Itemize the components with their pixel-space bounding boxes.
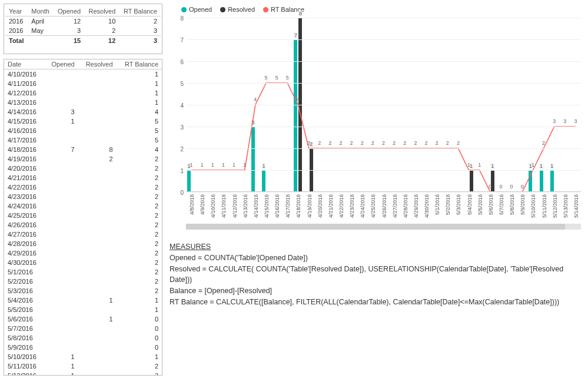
x-tick-label: 4/13/2016 xyxy=(242,194,248,218)
y-tick-label: 4 xyxy=(173,102,184,109)
combo-chart[interactable]: 13178211111 1111114555422222222222222211… xyxy=(170,15,584,221)
gridline: 1 xyxy=(186,170,581,171)
table-row[interactable]: 5/5/20161 xyxy=(4,305,162,314)
gridline: 7 xyxy=(186,39,581,40)
measure-line: Opened = COUNTA('Table'[Opened Date]) xyxy=(170,253,584,264)
table-row[interactable]: 4/25/20162 xyxy=(4,211,162,220)
table-row[interactable]: 5/11/201612 xyxy=(4,361,162,371)
table-row[interactable]: 5/12/201613 xyxy=(4,371,162,375)
table-row[interactable]: 5/2/20162 xyxy=(4,277,162,286)
table-row[interactable]: 4/20/20162 xyxy=(4,164,162,173)
x-tick-label: 4/15/2016 xyxy=(264,194,270,218)
gridline: 4 xyxy=(186,105,581,105)
legend-opened[interactable]: Opened xyxy=(181,6,212,13)
x-tick-label: 5/3/2016 xyxy=(456,194,461,215)
gridline: 8 xyxy=(186,18,581,18)
table-row[interactable]: 5/6/201610 xyxy=(4,314,162,324)
x-tick-label: 5/2/2016 xyxy=(445,194,451,215)
col-year[interactable]: Year xyxy=(5,6,28,16)
x-tick-label: 4/21/2016 xyxy=(328,194,334,218)
table-row[interactable]: 4/27/20162 xyxy=(4,230,162,239)
x-tick-label: 4/12/2016 xyxy=(232,194,238,218)
rt-balance-line[interactable] xyxy=(191,83,576,192)
table-row[interactable]: 5/1/20162 xyxy=(4,267,162,277)
x-tick-label: 5/1/2016 xyxy=(434,194,440,215)
line-point-label: 2 xyxy=(350,140,353,146)
dcol-opened[interactable]: Opened xyxy=(44,59,78,69)
x-tick-label: 5/7/2016 xyxy=(499,194,504,215)
line-point-label: 5 xyxy=(286,75,289,81)
detail-scroll[interactable]: Date Opened Resolved RT Balance 4/10/201… xyxy=(4,59,162,375)
table-row[interactable]: 4/18/2016784 xyxy=(4,145,162,154)
table-row[interactable]: 5/10/201611 xyxy=(4,352,162,361)
table-row[interactable]: 4/26/20162 xyxy=(4,220,162,230)
table-row[interactable]: 4/11/20161 xyxy=(4,79,162,88)
table-row[interactable]: 4/10/20161 xyxy=(4,69,162,79)
table-row[interactable]: 4/16/20165 xyxy=(4,126,162,135)
line-point-label: 1 xyxy=(201,162,204,168)
dcol-resolved[interactable]: Resolved xyxy=(78,59,117,69)
dcol-date[interactable]: Date xyxy=(4,59,44,69)
col-resolved[interactable]: Resolved xyxy=(84,6,119,16)
x-tick-label: 4/27/2016 xyxy=(392,194,398,218)
x-tick-label: 4/18/2016 xyxy=(295,194,301,218)
line-point-label: 2 xyxy=(414,140,417,146)
line-point-label: 2 xyxy=(542,140,545,146)
table-row[interactable]: 4/19/201622 xyxy=(4,154,162,164)
x-tick-label: 4/19/2016 xyxy=(307,194,313,218)
table-row[interactable]: 5/7/20160 xyxy=(4,324,162,333)
line-point-label: 2 xyxy=(436,140,438,146)
table-row[interactable]: 4/30/20162 xyxy=(4,258,162,267)
legend-resolved[interactable]: Resolved xyxy=(220,6,255,13)
table-row[interactable]: 2016May323 xyxy=(5,26,161,36)
dcol-rt[interactable]: RT Balance xyxy=(117,59,162,69)
x-tick-label: 4/28/2016 xyxy=(403,194,408,218)
table-row[interactable]: 2016April12102 xyxy=(5,16,161,26)
chart-horizontal-scrollbar[interactable] xyxy=(186,224,581,230)
table-row[interactable]: 4/22/20162 xyxy=(4,182,162,192)
table-row[interactable]: 5/3/20162 xyxy=(4,286,162,296)
x-tick-label: 5/14/2016 xyxy=(573,194,579,218)
y-tick-label: 0 xyxy=(173,190,184,196)
table-row[interactable]: 5/9/20160 xyxy=(4,343,162,352)
col-rt[interactable]: RT Balance xyxy=(119,6,161,16)
col-opened[interactable]: Opened xyxy=(54,6,84,16)
x-tick-label: 4/10/2016 xyxy=(210,194,216,218)
line-point-label: 4 xyxy=(254,97,257,102)
line-point-label: 1 xyxy=(211,162,214,168)
gridline: 6 xyxy=(186,61,581,62)
x-tick-label: 5/8/2016 xyxy=(509,194,515,215)
table-row[interactable]: 4/12/20161 xyxy=(4,88,162,98)
line-point-label: 4 xyxy=(297,97,300,102)
line-point-label: 1 xyxy=(232,162,235,168)
table-row[interactable]: 4/17/20165 xyxy=(4,135,162,145)
y-tick-label: 1 xyxy=(173,168,184,174)
line-point-label: 0 xyxy=(499,184,502,190)
chart-legend[interactable]: Opened Resolved RT Balance xyxy=(170,4,584,15)
x-tick-label: 5/6/2016 xyxy=(488,194,494,215)
line-point-label: 1 xyxy=(190,162,193,168)
table-row[interactable]: 5/4/201611 xyxy=(4,296,162,305)
x-tick-label: 4/11/2016 xyxy=(221,194,227,218)
line-point-label: 5 xyxy=(264,75,267,81)
summary-matrix[interactable]: Year Month Opened Resolved RT Balance 20… xyxy=(4,4,162,54)
detail-table[interactable]: Date Opened Resolved RT Balance 4/10/201… xyxy=(4,59,162,376)
line-point-label: 3 xyxy=(574,118,577,124)
table-row[interactable]: 4/15/201615 xyxy=(4,117,162,126)
x-tick-label: 4/9/2016 xyxy=(200,194,205,215)
table-row[interactable]: 4/29/20162 xyxy=(4,248,162,258)
x-tick-label: 4/26/2016 xyxy=(381,194,387,218)
table-row[interactable]: 4/13/20161 xyxy=(4,98,162,107)
scrollbar-thumb[interactable] xyxy=(186,224,565,230)
line-point-label: 3 xyxy=(553,118,556,124)
table-row[interactable]: 5/8/20160 xyxy=(4,333,162,343)
x-tick-label: 5/4/2016 xyxy=(467,194,473,215)
table-row[interactable]: 4/28/20162 xyxy=(4,239,162,248)
table-row[interactable]: 4/21/20162 xyxy=(4,173,162,182)
x-tick-label: 4/23/2016 xyxy=(349,194,355,218)
table-row[interactable]: 4/24/20162 xyxy=(4,201,162,211)
line-point-label: 2 xyxy=(307,140,310,146)
col-month[interactable]: Month xyxy=(28,6,54,16)
table-row[interactable]: 4/23/20162 xyxy=(4,192,162,201)
table-row[interactable]: 4/14/201634 xyxy=(4,107,162,117)
